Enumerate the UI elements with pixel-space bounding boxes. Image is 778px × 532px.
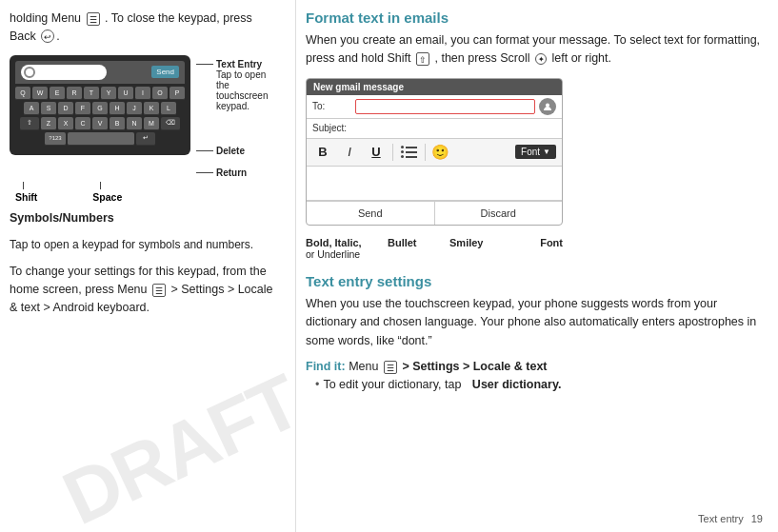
return-annotation: Return — [196, 167, 268, 178]
annotation-line-text-entry — [196, 64, 213, 65]
keyboard-row-4: ?123 ↵ — [15, 132, 185, 146]
gmail-title-bar: New gmail message — [307, 79, 562, 95]
keyboard-send-btn: Send — [151, 66, 179, 78]
right-column: Format text in emails When you create an… — [295, 0, 778, 532]
bold-italic-annotation: Bold, Italic, or Underline — [306, 237, 370, 260]
shift-label: Shift — [15, 182, 37, 204]
shift-line — [23, 182, 24, 189]
keyboard-row-3: ⇧ Z X C V B N M ⌫ — [15, 117, 185, 130]
draft-watermark: DRAFT — [50, 358, 312, 532]
italic-button[interactable]: I — [339, 142, 360, 163]
delete-annotation: Delete — [196, 146, 268, 156]
keyboard-search-box — [21, 65, 107, 80]
search-circle — [24, 67, 35, 78]
gmail-compose: New gmail message To: Subject: B I U — [306, 78, 563, 226]
toolbar-separator-1 — [392, 144, 393, 161]
font-annotation: Font — [499, 237, 564, 260]
scroll-icon: ✦ — [535, 53, 547, 65]
change-settings-section: To change your settings for this keypad,… — [10, 263, 280, 316]
shift-icon: ⇧ — [416, 52, 429, 66]
keyboard-top-row: Send — [15, 61, 185, 84]
menu-icon-3: ☰ — [384, 361, 397, 374]
annotation-line-delete — [196, 150, 213, 151]
space-line — [100, 182, 101, 189]
format-description: When you create an email, you can format… — [306, 31, 763, 69]
to-label: To: — [312, 101, 355, 111]
gmail-annotations: Bold, Italic, or Underline Bullet Smiley… — [306, 237, 563, 260]
find-it-paragraph: Find it: Menu ☰ > Settings > Locale & te… — [306, 360, 763, 374]
symbols-title-text: Symbols/Numbers — [10, 209, 280, 227]
right-annotations: Text Entry Tap to open the touchscreen k… — [196, 55, 268, 178]
smiley-annotation: Smiley — [434, 237, 499, 260]
gmail-toolbar: B I U 🙂 Font ▼ — [307, 139, 562, 167]
menu-icon-2: ☰ — [152, 284, 166, 297]
toolbar-separator-2 — [425, 144, 426, 161]
settings-title: Text entry settings — [306, 273, 763, 289]
bottom-kb-labels: Shift Space — [10, 182, 267, 204]
page-label: Text entry — [698, 513, 744, 524]
send-button[interactable]: Send — [307, 202, 435, 225]
annotation-line-return — [196, 172, 213, 173]
bold-button[interactable]: B — [312, 142, 333, 163]
settings-section: Text entry settings When you use the tou… — [306, 273, 763, 391]
list-item: To edit your dictionary, tap User dictio… — [315, 378, 763, 391]
smiley-button[interactable]: 🙂 — [431, 144, 449, 161]
return-label-text: Return — [216, 167, 247, 178]
symbols-section: Symbols/Numbers Tap to open a keypad for… — [10, 209, 280, 254]
discard-button[interactable]: Discard — [435, 202, 563, 225]
text-entry-annotation: Text Entry Tap to open the touchscreen k… — [196, 59, 268, 111]
gmail-subject-field: Subject: — [307, 119, 562, 139]
to-input[interactable] — [355, 99, 535, 114]
font-dropdown-arrow: ▼ — [543, 148, 550, 156]
gmail-actions: Send Discard — [307, 201, 562, 225]
subject-input[interactable] — [355, 122, 556, 135]
change-settings-text: To change your settings for this keypad,… — [10, 263, 280, 316]
keyboard-image: Send Q W E R T Y U I O P — [10, 55, 190, 155]
delete-label-text: Delete — [216, 146, 245, 156]
back-icon: ↩ — [41, 30, 54, 43]
underline-button[interactable]: U — [366, 142, 387, 163]
format-title: Format text in emails — [306, 10, 763, 26]
footer: Text entry 19 — [698, 513, 763, 524]
text-entry-label: Text Entry Tap to open the touchscreen k… — [216, 59, 268, 111]
keyboard-row-1: Q W E R T Y U I O P — [15, 87, 185, 100]
page-number: 19 — [751, 513, 763, 524]
gmail-to-field: To: — [307, 95, 562, 119]
bullet-annotation: Bullet — [370, 237, 435, 260]
page-container: holding Menu ☰ . To close the keypad, pr… — [0, 0, 778, 532]
contact-icon[interactable] — [539, 98, 556, 115]
keyboard-diagram-container: Send Q W E R T Y U I O P — [10, 55, 267, 204]
keyboard-row-2: A S D F G H J K L — [15, 102, 185, 115]
intro-paragraph: holding Menu ☰ . To close the keypad, pr… — [10, 10, 280, 46]
settings-description: When you use the touchscreen keypad, you… — [306, 295, 763, 350]
space-label: Space — [92, 182, 122, 204]
bullet-button[interactable] — [399, 144, 419, 160]
bullet-list: To edit your dictionary, tap User dictio… — [306, 378, 763, 391]
subject-label: Subject: — [312, 123, 355, 133]
svg-point-0 — [546, 103, 549, 107]
font-button[interactable]: Font ▼ — [515, 145, 556, 159]
left-column: holding Menu ☰ . To close the keypad, pr… — [0, 0, 295, 532]
keyboard-and-annotations: Send Q W E R T Y U I O P — [10, 55, 267, 178]
gmail-body[interactable] — [307, 167, 562, 201]
menu-icon: ☰ — [87, 12, 100, 26]
